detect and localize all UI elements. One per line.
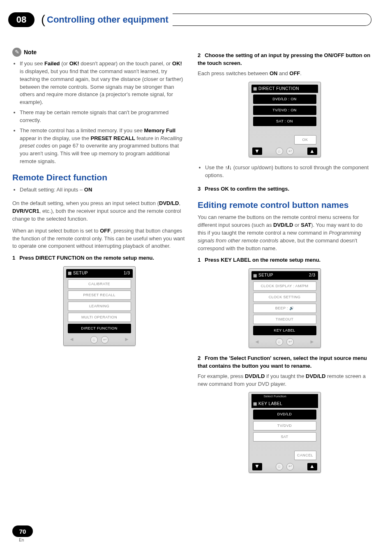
arrow-up-icon[interactable]: ▲ bbox=[307, 463, 317, 470]
text: appear in the display, use the bbox=[20, 135, 91, 141]
page-language: En bbox=[19, 538, 33, 542]
select-dvd-ld[interactable]: DVD/LD bbox=[253, 410, 316, 419]
paragraph: You can rename the buttons on the remote… bbox=[198, 214, 371, 252]
menu-item-multi-operation[interactable]: MULTI OPERATION bbox=[68, 313, 131, 322]
paragraph: When an input select button is set to OF… bbox=[12, 227, 186, 251]
arrow-up-icon[interactable]: ▲ bbox=[307, 147, 317, 155]
arrow-left-icon[interactable]: ◄ bbox=[252, 338, 262, 346]
text: On the default setting, when you press a… bbox=[12, 200, 159, 206]
text-bold: OK! bbox=[172, 60, 182, 67]
text-bold: ON bbox=[84, 187, 92, 193]
step-2-subtext: Each press switches between ON and OFF. bbox=[198, 70, 371, 78]
back-icon[interactable]: ↩ bbox=[101, 336, 108, 343]
text-bold: OFF bbox=[289, 70, 300, 76]
text: (or bbox=[60, 60, 69, 67]
select-tv-dvd[interactable]: TV/DVD bbox=[253, 421, 316, 431]
menu-item-direct-function[interactable]: DIRECT FUNCTION bbox=[68, 324, 131, 333]
arrow-down-icon[interactable]: ▼ bbox=[252, 147, 262, 155]
arrow-left-icon[interactable]: ◄ bbox=[67, 336, 77, 343]
remote-screen-key-label: Select Function ▦ KEY LABEL DVD/LD TV/DV… bbox=[249, 392, 321, 472]
step-text: Press KEY LABEL on the remote setup menu… bbox=[205, 257, 321, 263]
menu-item-key-label[interactable]: KEY LABEL bbox=[253, 326, 316, 335]
text: feature in bbox=[135, 135, 160, 141]
select-sat[interactable]: SAT bbox=[253, 432, 316, 442]
note-list: If you see Failed (or OK! doesn't appear… bbox=[12, 60, 186, 166]
screen-page-indicator: 1/3 bbox=[124, 270, 130, 276]
menu-item-learning[interactable]: LEARNING bbox=[68, 302, 131, 311]
text: Use the bbox=[205, 164, 225, 171]
nav-row: ▼ ⌂ ↩ ▲ bbox=[251, 462, 318, 472]
step-text: Choose the setting of an input by pressi… bbox=[198, 52, 370, 66]
page-header: 08 ( Controlling other equipment bbox=[12, 12, 371, 27]
screen-title: SETUP bbox=[73, 270, 88, 276]
home-icon[interactable]: ⌂ bbox=[276, 463, 283, 470]
step-number: 2 bbox=[198, 52, 201, 58]
device-icon: ▦ bbox=[68, 271, 72, 275]
nav-row: ◄ ⌂ ↩ ► bbox=[251, 337, 318, 347]
text: or bbox=[293, 222, 301, 228]
device-icon: ▦ bbox=[253, 402, 257, 406]
step-number: 2 bbox=[198, 355, 201, 361]
screen-title: DIRECT FUNCTION bbox=[258, 86, 299, 92]
nav-row: ◄ ⌂ ↩ ► bbox=[66, 335, 133, 345]
text: Default setting: All inputs – bbox=[20, 187, 84, 193]
screen-subtitle: Select Function bbox=[251, 394, 318, 400]
text: When an input select button is set to bbox=[12, 228, 100, 234]
step-3: 3Press OK to confirm the settings. bbox=[198, 185, 371, 193]
nav-tip-list: Use the ↑/↓ (cursor up/down) buttons to … bbox=[198, 164, 371, 180]
text: doesn't appear) on the touch panel, or bbox=[79, 60, 173, 67]
beep-label: BEEP : 🔊 bbox=[275, 306, 294, 310]
text-bold: SAT bbox=[301, 222, 311, 228]
ok-button[interactable]: OK bbox=[294, 135, 316, 145]
text-bold: DVD/LD bbox=[306, 373, 325, 379]
note-item-1: If you see Failed (or OK! doesn't appear… bbox=[20, 60, 186, 106]
home-icon[interactable]: ⌂ bbox=[276, 338, 283, 346]
note-item-3: The remote control has a limited memory.… bbox=[20, 127, 186, 166]
menu-item-clock-display[interactable]: CLOCK DISPLAY : AM/PM bbox=[253, 281, 316, 291]
screen-title-bar: ▦ KEY LABEL bbox=[251, 400, 318, 408]
text-bold: PRESET RECALL bbox=[91, 135, 135, 141]
step-1: 1Press DIRECT FUNCTION on the remote set… bbox=[12, 254, 186, 262]
text-bold: OFF bbox=[100, 228, 111, 234]
section-remote-direct-function: Remote Direct function bbox=[12, 171, 186, 184]
arrow-right-icon[interactable]: ► bbox=[122, 336, 132, 343]
menu-item-calibrate[interactable]: CALIBRATE bbox=[68, 279, 131, 289]
text: . bbox=[300, 70, 302, 76]
arrow-down-icon[interactable]: ▼ bbox=[252, 463, 262, 470]
menu-item-beep[interactable]: BEEP : 🔊 bbox=[253, 304, 316, 313]
page-footer: 70 En bbox=[12, 525, 33, 542]
arrow-right-icon[interactable]: ► bbox=[307, 338, 317, 346]
back-icon[interactable]: ↩ bbox=[286, 338, 294, 346]
menu-item-clock-setting[interactable]: CLOCK SETTING bbox=[253, 293, 316, 302]
toggle-tv-dvd[interactable]: TV/DVD : ON bbox=[253, 106, 316, 115]
back-icon[interactable]: ↩ bbox=[286, 147, 294, 155]
note-item-2: There may be certain remote signals that… bbox=[20, 109, 186, 124]
remote-screen-setup-2: ▦ SETUP 2/3 CLOCK DISPLAY : AM/PM CLOCK … bbox=[249, 268, 321, 348]
menu-item-preset-recall[interactable]: PRESET RECALL bbox=[68, 290, 131, 300]
note-label: Note bbox=[24, 48, 37, 56]
header-rule bbox=[173, 14, 371, 26]
header-title: Controlling other equipment bbox=[47, 14, 168, 25]
step-b2: 2From the 'Select Function' screen, sele… bbox=[198, 355, 371, 370]
text: is displayed, but you find that the comm… bbox=[20, 68, 183, 105]
cancel-button[interactable]: CANCEL bbox=[294, 451, 316, 460]
page-number: 70 bbox=[12, 525, 33, 537]
nav-tip: Use the ↑/↓ (cursor up/down) buttons to … bbox=[205, 164, 371, 180]
back-icon[interactable]: ↩ bbox=[286, 463, 294, 470]
text: If you see bbox=[20, 60, 44, 67]
pencil-icon: ✎ bbox=[12, 48, 21, 57]
device-icon: ▦ bbox=[253, 87, 257, 91]
nav-row: ▼ ⌂ ↩ ▲ bbox=[251, 146, 318, 156]
home-icon[interactable]: ⌂ bbox=[90, 336, 98, 343]
screen-title: SETUP bbox=[258, 272, 273, 279]
toggle-dvd-ld[interactable]: DVD/LD : ON bbox=[253, 94, 316, 104]
arrows-inline-icon: ↑/↓ bbox=[225, 164, 232, 171]
chapter-badge: 08 bbox=[8, 12, 35, 27]
menu-item-timeout[interactable]: TIMEOUT bbox=[253, 315, 316, 324]
remote-screen-setup-1: ▦ SETUP 1/3 CALIBRATE PRESET RECALL LEAR… bbox=[63, 266, 136, 346]
note-heading: ✎ Note bbox=[12, 48, 186, 57]
home-icon[interactable]: ⌂ bbox=[276, 147, 283, 155]
toggle-sat[interactable]: SAT : ON bbox=[253, 117, 316, 126]
screen-page-indicator: 2/3 bbox=[309, 272, 315, 279]
step-text: From the 'Select Function' screen, selec… bbox=[198, 355, 367, 369]
